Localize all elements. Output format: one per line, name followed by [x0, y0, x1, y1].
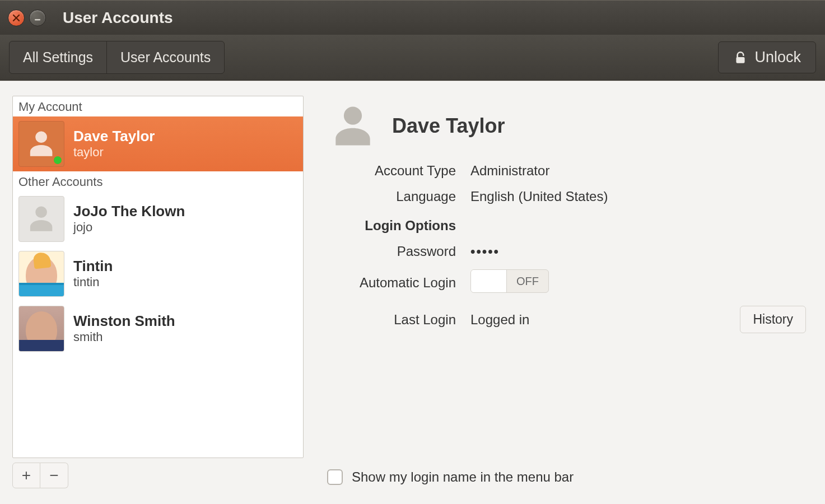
plus-icon: + — [22, 466, 31, 484]
toolbar: All Settings User Accounts Unlock — [0, 35, 825, 81]
label-password: Password — [327, 244, 456, 259]
breadcrumb: All Settings User Accounts — [9, 41, 225, 74]
user-name: Tintin — [73, 258, 113, 275]
value-language[interactable]: English (United States) — [470, 189, 806, 204]
show-login-name-label: Show my login name in the menu bar — [352, 469, 574, 485]
user-row[interactable]: Tintin tintin — [13, 246, 303, 301]
window-buttons — [8, 10, 46, 26]
label-account-type: Account Type — [327, 163, 456, 179]
svg-rect-0 — [35, 19, 40, 21]
avatar-shirt — [19, 283, 64, 296]
login-options-title: Login Options — [327, 214, 456, 234]
user-login: smith — [73, 330, 175, 344]
my-account-header: My Account — [13, 96, 303, 116]
user-login: jojo — [73, 220, 185, 235]
user-row-self[interactable]: Dave Taylor taylor — [13, 116, 303, 171]
accounts-sidebar: My Account Dave Taylor taylor Other Acco… — [12, 96, 304, 488]
avatar — [18, 251, 64, 297]
detail-header: Dave Taylor — [327, 100, 806, 152]
user-text: Tintin tintin — [73, 258, 113, 290]
presence-indicator — [53, 155, 63, 165]
window-minimize-button[interactable] — [29, 10, 46, 26]
user-text: Winston Smith smith — [73, 312, 175, 345]
window-close-button[interactable] — [8, 10, 25, 26]
minus-icon: − — [49, 466, 58, 484]
toggle-state: OFF — [507, 275, 548, 288]
titlebar: User Accounts — [0, 0, 825, 35]
avatar — [18, 196, 64, 242]
user-login: tintin — [73, 275, 113, 290]
toggle-knob — [471, 270, 507, 292]
unlock-button[interactable]: Unlock — [718, 41, 816, 73]
label-last-login: Last Login — [327, 312, 456, 328]
user-row[interactable]: JoJo The Klown jojo — [13, 192, 303, 246]
value-automatic-login: OFF — [470, 269, 806, 296]
person-icon — [327, 100, 379, 152]
value-password[interactable]: ••••• — [470, 244, 806, 259]
svg-rect-1 — [737, 57, 745, 63]
automatic-login-toggle[interactable]: OFF — [470, 269, 549, 293]
window-title: User Accounts — [63, 9, 173, 27]
show-login-name-row: Show my login name in the menu bar — [327, 461, 806, 488]
add-remove-buttons: + − — [12, 463, 304, 488]
user-text: Dave Taylor taylor — [73, 128, 155, 160]
label-automatic-login: Automatic Login — [327, 275, 456, 291]
unlock-label: Unlock — [754, 49, 801, 66]
person-icon — [25, 127, 58, 160]
accounts-list: My Account Dave Taylor taylor Other Acco… — [12, 96, 304, 458]
user-name: JoJo The Klown — [73, 203, 185, 220]
user-name: Dave Taylor — [73, 128, 155, 145]
other-accounts-header: Other Accounts — [13, 171, 303, 192]
value-last-login: Logged in — [470, 312, 729, 328]
user-row[interactable]: Winston Smith smith — [13, 301, 303, 356]
breadcrumb-current[interactable]: User Accounts — [107, 41, 224, 73]
avatar — [18, 306, 64, 352]
avatar-shirt — [19, 340, 64, 351]
value-account-type[interactable]: Administrator — [470, 163, 806, 179]
value-last-login-row: Logged in History — [470, 306, 806, 333]
add-user-button[interactable]: + — [12, 463, 40, 488]
person-icon — [25, 202, 58, 235]
content-area: My Account Dave Taylor taylor Other Acco… — [0, 81, 825, 504]
avatar-hair — [33, 252, 52, 269]
user-name: Winston Smith — [73, 312, 175, 330]
avatar — [18, 121, 64, 167]
show-login-name-checkbox[interactable] — [327, 469, 343, 485]
details-pane: Dave Taylor Account Type Administrator L… — [320, 96, 813, 488]
detail-avatar[interactable] — [327, 100, 379, 152]
all-settings-button[interactable]: All Settings — [10, 41, 107, 73]
label-language: Language — [327, 189, 456, 204]
history-button[interactable]: History — [740, 306, 806, 333]
unlock-icon — [733, 50, 748, 65]
minimize-icon — [34, 14, 41, 22]
detail-grid: Account Type Administrator Language Engl… — [327, 163, 806, 333]
detail-name[interactable]: Dave Taylor — [392, 114, 505, 138]
user-login: taylor — [73, 145, 155, 160]
remove-user-button[interactable]: − — [40, 463, 68, 488]
user-text: JoJo The Klown jojo — [73, 203, 185, 235]
close-icon — [12, 14, 20, 22]
